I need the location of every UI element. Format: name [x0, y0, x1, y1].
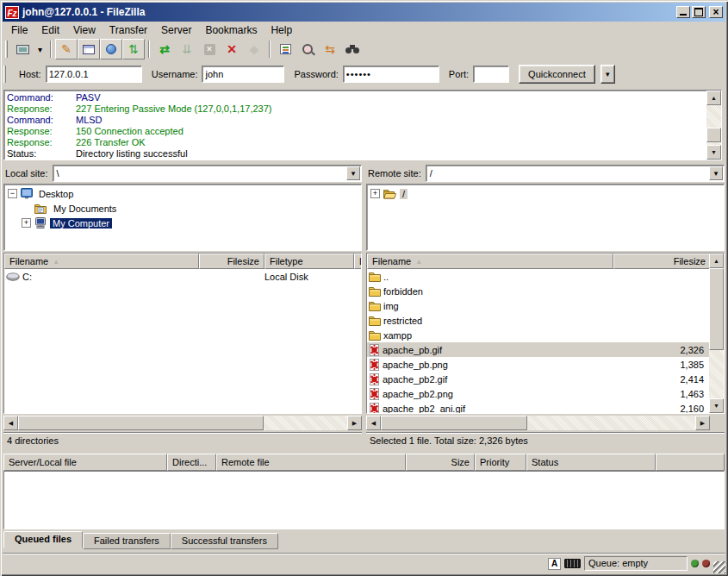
port-input[interactable] [473, 66, 509, 83]
tab-queued-files[interactable]: Queued files [3, 531, 83, 548]
local-site-value: \ [53, 168, 345, 178]
tree-item-my-computer[interactable]: +My Computer [4, 216, 361, 230]
queue-body [3, 471, 725, 529]
remote-site-combo[interactable]: / ▾ [426, 165, 725, 182]
scroll-right-icon[interactable]: ▶ [347, 416, 362, 430]
find-files-button[interactable] [341, 39, 364, 59]
username-input[interactable] [202, 66, 284, 83]
scrollbar-thumb[interactable] [706, 128, 721, 142]
scroll-down-icon[interactable]: ▼ [706, 145, 721, 160]
maximize-button[interactable] [692, 6, 706, 18]
cancel-operation-button[interactable]: ✕ [198, 39, 221, 59]
local-hscrollbar[interactable]: ◀ ▶ [3, 416, 362, 430]
local-treeview-icon [83, 45, 95, 54]
scroll-down-icon[interactable]: ▼ [709, 398, 724, 413]
file-row-restricted[interactable]: restricted [367, 313, 709, 328]
toggle-message-log-button[interactable]: ✎ [55, 39, 78, 59]
toggle-transfer-queue-button[interactable]: ⇅ [122, 39, 145, 59]
file-row-img[interactable]: img [367, 298, 709, 313]
scrollbar-thumb[interactable] [381, 416, 527, 430]
scroll-right-icon[interactable]: ▶ [695, 416, 710, 430]
tree-expander-plus-icon[interactable]: + [22, 218, 31, 228]
file-row-apache-pb2-png[interactable]: apache_pb2.png1,463 [367, 386, 709, 401]
folder-open-icon [383, 189, 396, 199]
disconnect-icon: ✕ [227, 41, 237, 58]
tree-item-desktop[interactable]: −Desktop [4, 186, 361, 201]
close-button[interactable]: × [709, 6, 723, 18]
menu-item-transfer[interactable]: Transfer [103, 22, 154, 38]
synchronized-browsing-button[interactable]: ⇆ [319, 39, 341, 59]
site-manager-dropdown-button[interactable]: ▾ [34, 39, 47, 59]
directory-comparison-button[interactable] [296, 39, 319, 59]
menu-item-view[interactable]: View [66, 22, 103, 38]
resize-grip[interactable] [713, 561, 725, 573]
file-row-c[interactable]: C:Local Disk [4, 269, 361, 284]
file-row-xampp[interactable]: xampp [367, 328, 709, 342]
minimize-button[interactable] [676, 6, 690, 18]
queue-column-size[interactable]: Size [406, 454, 475, 471]
scrollbar-thumb[interactable] [18, 416, 264, 430]
remote-hscrollbar[interactable]: ◀ ▶ [366, 416, 710, 430]
local-site-label: Local site: [5, 168, 48, 178]
scroll-left-icon[interactable]: ◀ [3, 416, 18, 430]
quickconnect-dropdown-button[interactable]: ▾ [600, 65, 615, 84]
menu-item-server[interactable]: Server [154, 22, 198, 38]
password-input[interactable] [343, 66, 439, 83]
remote-directory-tree: +/ [366, 184, 725, 251]
file-row-apache-pb2-ani-gif[interactable]: apache_pb2_ani.gif2,160 [367, 401, 709, 413]
toggle-local-tree-button[interactable] [78, 39, 100, 59]
message-log-scrollbar[interactable]: ▲ ▼ [706, 91, 721, 160]
computer-icon [34, 217, 47, 229]
disconnect-button[interactable]: ✕ [221, 39, 243, 59]
process-queue-icon: ⇊ [182, 41, 192, 58]
file-row-forbidden[interactable]: forbidden [367, 284, 709, 298]
local-site-combo[interactable]: \ ▾ [53, 165, 362, 182]
scroll-up-icon[interactable]: ▲ [709, 254, 724, 268]
toolbar: ▾✎⇅⇄⇊✕✕◆⇆ [3, 38, 725, 60]
remote-vscrollbar[interactable]: ▲ ▼ [709, 254, 724, 413]
site-manager-button[interactable] [11, 39, 34, 59]
column-header-filename[interactable]: Filename▲ [367, 254, 613, 269]
menu-item-edit[interactable]: Edit [34, 22, 66, 38]
queue-column-priority[interactable]: Priority [475, 454, 526, 471]
sort-ascending-icon: ▲ [415, 258, 422, 266]
column-header-filesize[interactable]: Filesize [199, 254, 264, 269]
column-header-filetype[interactable]: Filetype [264, 254, 354, 269]
column-header-l[interactable]: L [354, 254, 362, 269]
refresh-button[interactable]: ⇄ [153, 39, 176, 59]
toggle-remote-tree-button[interactable] [100, 39, 122, 59]
reconnect-icon: ◆ [250, 41, 259, 58]
column-header-filesize[interactable]: Filesize [613, 254, 711, 269]
chevron-down-icon[interactable]: ▾ [709, 166, 723, 180]
tab-successful-transfers[interactable]: Successful transfers [171, 533, 278, 549]
binoculars-icon [345, 45, 360, 54]
quickconnect-button[interactable]: Quickconnect [519, 65, 595, 84]
file-row-apache-pb-gif[interactable]: apache_pb.gif2,326 [367, 342, 709, 357]
menu-item-help[interactable]: Help [264, 22, 299, 38]
reconnect-button[interactable]: ◆ [243, 39, 265, 59]
tree-expander-plus-icon[interactable]: + [370, 189, 380, 198]
host-input[interactable] [46, 66, 142, 83]
queue-column-directi[interactable]: Directi... [167, 454, 216, 471]
process-queue-button[interactable]: ⇊ [176, 39, 198, 59]
chevron-down-icon[interactable]: ▾ [346, 166, 360, 180]
scroll-up-icon[interactable]: ▲ [706, 91, 721, 105]
local-pane: Local site: \ ▾ −DesktopMy Documents+My … [3, 163, 362, 449]
scrollbar-thumb[interactable] [709, 268, 724, 350]
remote-status-text: Selected 1 file. Total size: 2,326 bytes [366, 432, 725, 449]
queue-column-remote-file[interactable]: Remote file [216, 454, 406, 471]
file-row-apache-pb2-gif[interactable]: apache_pb2.gif2,414 [367, 372, 709, 386]
tree-expander-minus-icon[interactable]: − [8, 189, 17, 198]
column-header-filename[interactable]: Filename▲ [4, 254, 199, 269]
tree-item-blank[interactable]: +/ [367, 186, 724, 201]
tab-failed-transfers[interactable]: Failed transfers [83, 533, 171, 549]
scroll-left-icon[interactable]: ◀ [366, 416, 381, 430]
menu-item-bookmarks[interactable]: Bookmarks [198, 22, 264, 38]
queue-column-server-local-file[interactable]: Server/Local file [3, 454, 167, 471]
file-row-blank[interactable]: .. [367, 269, 709, 284]
directory-filter-button[interactable] [274, 39, 296, 59]
menu-item-file[interactable]: File [4, 22, 34, 38]
tree-item-my-documents[interactable]: My Documents [4, 201, 361, 216]
queue-column-status[interactable]: Status [526, 454, 656, 471]
file-row-apache-pb-png[interactable]: apache_pb.png1,385 [367, 357, 709, 372]
